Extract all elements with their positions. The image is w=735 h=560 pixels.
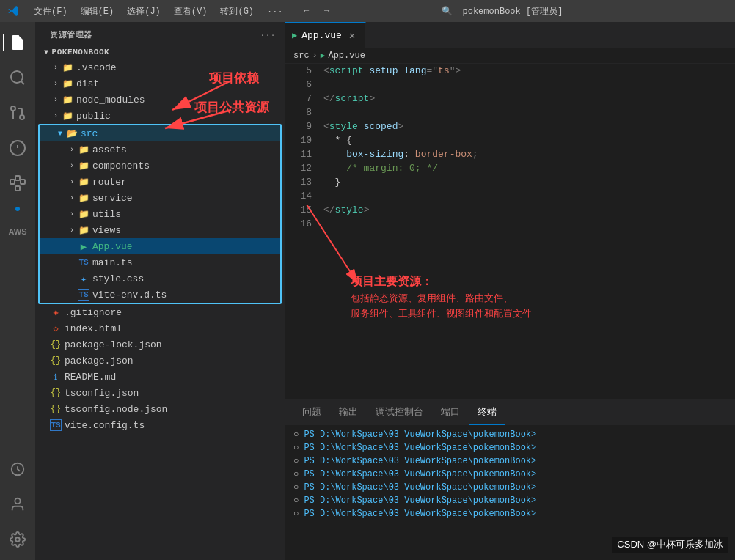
activity-search[interactable]	[3, 63, 32, 92]
svg-point-12	[15, 537, 20, 542]
code-line: </style>	[323, 203, 735, 217]
tree-item-app-vue[interactable]: ▶ App.vue	[40, 238, 280, 254]
code-editor: 5 6 7 8 9 10 11 12 13 14 15 16 <script s…	[285, 64, 735, 399]
tree-label: node_modules	[76, 95, 145, 106]
code-line: /* margin: 0; */	[323, 161, 735, 175]
tree-item-vscode[interactable]: › 📁 .vscode	[35, 59, 285, 75]
code-line: <script setup lang="ts">	[323, 64, 735, 78]
sidebar-menu-icon[interactable]: ···	[260, 31, 276, 40]
activity-account[interactable]	[3, 490, 32, 519]
activity-explorer[interactable]	[3, 28, 32, 57]
tree-label: assets	[92, 144, 127, 155]
tab-close-button[interactable]: ✕	[346, 29, 358, 41]
sidebar-title: 资源管理器	[50, 29, 92, 40]
breadcrumb-sep: ›	[312, 51, 318, 61]
tree-label: .gitignore	[65, 307, 122, 318]
code-line: <style scoped>	[323, 119, 735, 133]
tree-item-tsconfig-node[interactable]: {} tsconfig.node.json	[35, 401, 285, 417]
folder-icon: 📁	[62, 110, 73, 122]
code-line	[323, 78, 735, 92]
breadcrumb-vue-icon: ▶	[321, 51, 326, 60]
menu-file[interactable]: 文件(F)	[28, 4, 73, 19]
menu-select[interactable]: 选择(J)	[121, 4, 167, 19]
nav-back[interactable]: ←	[298, 2, 315, 20]
activity-extensions[interactable]	[3, 169, 32, 198]
tree-item-style-css[interactable]: ✦ style.css	[40, 270, 280, 287]
activity-git[interactable]	[3, 98, 32, 128]
code-content[interactable]: <script setup lang="ts"> </script> <styl…	[318, 64, 735, 399]
tree-item-gitignore[interactable]: ◈ .gitignore	[35, 304, 285, 320]
tree-label: dist	[76, 78, 99, 89]
sidebar-actions: ···	[260, 31, 276, 40]
breadcrumb-file: App.vue	[328, 51, 365, 61]
panel-tab-output[interactable]: 输出	[330, 399, 367, 425]
search-icon	[9, 69, 26, 86]
project-root[interactable]: ▼ POKEMONBOOK	[35, 45, 285, 59]
sidebar: 资源管理器 ··· ▼ POKEMONBOOK › 📁 .vscode ›	[35, 22, 285, 560]
css-file-icon: ✦	[78, 273, 89, 284]
svg-rect-7	[10, 180, 15, 184]
ts-file-icon: TS	[78, 257, 89, 268]
tree-item-package-lock[interactable]: {} package-lock.json	[35, 336, 285, 353]
folder-icon: 📁	[78, 176, 89, 188]
folder-icon: 📁	[62, 78, 73, 89]
chevron-right-icon: ›	[50, 78, 62, 89]
settings-icon	[10, 531, 26, 548]
panel-tab-problems[interactable]: 问题	[293, 399, 330, 425]
panel-tab-ports[interactable]: 端口	[432, 399, 469, 425]
tab-app-vue[interactable]: ▶ App.vue ✕	[285, 22, 366, 48]
menu-more[interactable]: ...	[261, 4, 289, 19]
tree-item-views[interactable]: › 📁 views	[40, 222, 280, 238]
terminal-line: ○ PS D:\WorkSpace\03 VueWorkSpace\pokemo…	[293, 454, 726, 468]
activity-settings[interactable]	[3, 525, 32, 554]
menu-bar: 文件(F) 编辑(E) 选择(J) 查看(V) 转到(G) ...	[28, 4, 289, 19]
sidebar-content: ▼ POKEMONBOOK › 📁 .vscode › 📁 dist ›	[35, 45, 285, 560]
panel-tab-debug[interactable]: 调试控制台	[367, 399, 432, 425]
tree-item-assets[interactable]: › 📁 assets	[40, 141, 280, 158]
activity-debug[interactable]	[3, 133, 32, 163]
code-line	[323, 106, 735, 119]
tree-item-main-ts[interactable]: TS main.ts	[40, 254, 280, 270]
md-file-icon: ℹ	[50, 371, 62, 383]
terminal-content[interactable]: ○ PS D:\WorkSpace\03 VueWorkSpace\pokemo…	[285, 425, 735, 560]
tree-item-utils[interactable]: › 📁 utils	[40, 206, 280, 222]
activity-remote[interactable]	[3, 454, 32, 484]
line-numbers: 5 6 7 8 9 10 11 12 13 14 15 16	[285, 64, 318, 399]
tree-item-service[interactable]: › 📁 service	[40, 190, 280, 206]
nav-forward[interactable]: →	[318, 2, 336, 20]
tree-item-node-modules[interactable]: › 📁 node_modules	[35, 92, 285, 108]
tree-label: service	[92, 193, 133, 204]
tree-item-src[interactable]: ▼ 📂 src	[40, 125, 280, 141]
code-line: * {	[323, 133, 735, 147]
tree-item-components[interactable]: › 📁 components	[40, 158, 280, 174]
svg-point-3	[11, 106, 15, 111]
folder-icon: 📁	[78, 208, 89, 220]
tree-item-vite-env[interactable]: TS vite-env.d.ts	[40, 287, 280, 303]
title-bar: 文件(F) 编辑(E) 选择(J) 查看(V) 转到(G) ... ← → 🔍 …	[0, 0, 735, 22]
chevron-right-icon: ›	[66, 160, 78, 172]
menu-edit[interactable]: 编辑(E)	[75, 4, 120, 19]
tree-item-router[interactable]: › 📁 router	[40, 174, 280, 190]
debug-icon	[9, 139, 26, 157]
folder-icon: 📁	[78, 160, 89, 172]
activity-aws[interactable]: AWS	[3, 217, 32, 246]
account-icon	[10, 496, 26, 512]
terminal-line: ○ PS D:\WorkSpace\03 VueWorkSpace\pokemo…	[293, 468, 726, 481]
svg-point-2	[20, 115, 24, 119]
tree-label: README.md	[65, 372, 116, 383]
tree-item-index-html[interactable]: ◇ index.html	[35, 320, 285, 336]
menu-goto[interactable]: 转到(G)	[214, 4, 260, 19]
menu-view[interactable]: 查看(V)	[168, 4, 213, 19]
tree-item-dist[interactable]: › 📁 dist	[35, 75, 285, 92]
tree-label: components	[92, 161, 150, 172]
tree-item-readme[interactable]: ℹ README.md	[35, 369, 285, 385]
svg-point-0	[11, 71, 23, 83]
tree-item-vite-config[interactable]: TS vite.config.ts	[35, 417, 285, 433]
tree-item-tsconfig[interactable]: {} tsconfig.json	[35, 385, 285, 401]
tree-item-public[interactable]: › 📁 public	[35, 108, 285, 124]
panel-tab-terminal[interactable]: 终端	[469, 399, 505, 425]
vue-tab-icon: ▶	[292, 30, 297, 41]
tree-item-package-json[interactable]: {} package.json	[35, 353, 285, 369]
folder-icon: 📁	[78, 224, 89, 236]
tree-label: tsconfig.node.json	[65, 404, 167, 415]
